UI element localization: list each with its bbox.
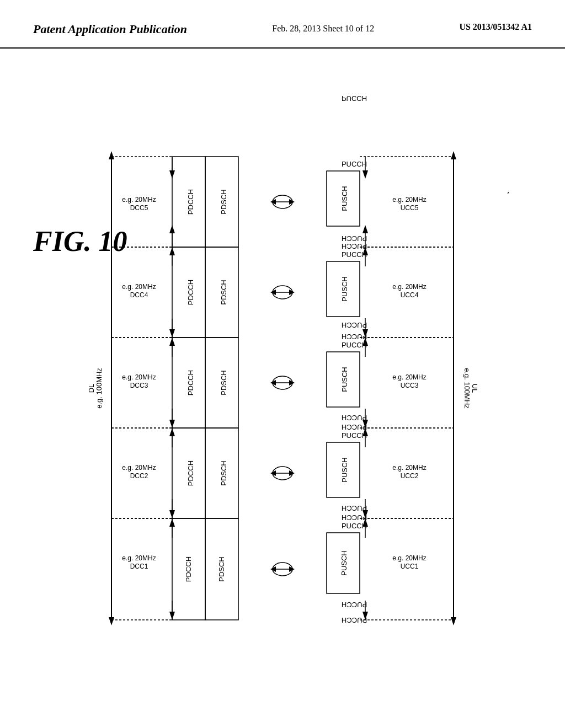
svg-text:UCC1: UCC1 (401, 563, 419, 570)
svg-text:UCC4: UCC4 (401, 291, 419, 299)
svg-text:DCC2: DCC2 (130, 472, 148, 480)
svg-marker-2 (109, 617, 114, 625)
svg-text:DL: DL (87, 384, 95, 393)
svg-text:PDSCH: PDSCH (217, 556, 226, 582)
svg-text:e.g. 20MHz: e.g. 20MHz (392, 196, 426, 204)
svg-text:UCC5: UCC5 (401, 204, 419, 212)
svg-text:PUCCH: PUCCH (342, 160, 367, 168)
svg-text:e.g. 100MHz: e.g. 100MHz (95, 368, 103, 409)
svg-text:PUSCH: PUSCH (340, 186, 349, 211)
svg-text:UCC3: UCC3 (401, 382, 419, 389)
svg-text:PUCCH: PUCCH (342, 96, 367, 103)
svg-text:PUCCH: PUCCH (342, 234, 367, 243)
svg-text:PUCCH: PUCCH (342, 513, 367, 522)
svg-text:DCC5: DCC5 (130, 204, 148, 212)
svg-text:e.g. 20MHz: e.g. 20MHz (392, 373, 426, 381)
svg-text:PUSCH: PUSCH (340, 276, 349, 302)
svg-text:e.g. 20MHz: e.g. 20MHz (122, 373, 156, 381)
svg-text:DCC1: DCC1 (130, 563, 148, 570)
svg-text:PUCCH: PUCCH (342, 601, 367, 609)
svg-text:DCC3: DCC3 (130, 382, 148, 389)
svg-text:e.g. 20MHz: e.g. 20MHz (122, 464, 156, 472)
svg-text:PDSCH: PDSCH (220, 461, 228, 486)
svg-marker-42 (363, 225, 368, 233)
svg-text:e.g. 20MHz: e.g. 20MHz (392, 283, 426, 291)
svg-text:e.g. 20MHz: e.g. 20MHz (122, 196, 156, 204)
svg-text:UL: UL (471, 384, 479, 393)
svg-marker-1 (109, 151, 114, 159)
svg-text:PUCCH: PUCCH (342, 616, 367, 624)
svg-text:PDCCH: PDCCH (186, 461, 195, 486)
svg-text:e.g. 20MHz: e.g. 20MHz (122, 554, 156, 562)
diagram-area: FIG. 10 e.g. 100MHz DL e.g. 100MHz UL FR… (0, 49, 565, 699)
svg-text:UCC2: UCC2 (401, 472, 419, 480)
svg-text:PUSCH: PUSCH (340, 457, 349, 483)
page-header: Patent Application Publication Feb. 28, … (0, 0, 565, 49)
svg-text:FREQUENCY BAND: FREQUENCY BAND (508, 178, 509, 235)
svg-text:PUCCH: PUCCH (342, 423, 367, 431)
svg-text:PDSCH: PDSCH (220, 370, 228, 395)
main-diagram: e.g. 100MHz DL e.g. 100MHz UL FREQUENCY … (56, 96, 509, 675)
svg-text:DCC4: DCC4 (130, 291, 148, 299)
svg-text:e.g. 20MHz: e.g. 20MHz (122, 283, 156, 291)
svg-text:e.g. 100MHz: e.g. 100MHz (463, 368, 471, 409)
svg-text:PDSCH: PDSCH (220, 189, 228, 215)
svg-marker-7 (451, 617, 456, 625)
publication-label: Patent Application Publication (33, 22, 187, 36)
svg-text:PUSCH: PUSCH (340, 550, 348, 576)
sheet-info: Feb. 28, 2013 Sheet 10 of 12 (272, 22, 374, 35)
patent-number: US 2013/051342 A1 (459, 22, 532, 32)
svg-text:PDCCH: PDCCH (186, 280, 195, 305)
svg-text:PDCCH: PDCCH (184, 556, 193, 582)
svg-marker-40 (363, 170, 368, 179)
svg-text:PUCCH: PUCCH (342, 321, 367, 329)
svg-text:PDCCH: PDCCH (186, 189, 195, 215)
svg-text:PDCCH: PDCCH (186, 370, 195, 395)
svg-text:PUSCH: PUSCH (340, 367, 349, 392)
svg-text:e.g. 20MHz: e.g. 20MHz (392, 464, 426, 472)
svg-marker-6 (451, 151, 456, 159)
svg-text:e.g. 20MHz: e.g. 20MHz (392, 554, 426, 562)
svg-text:PUCCH: PUCCH (342, 242, 367, 250)
svg-text:PUCCH: PUCCH (342, 333, 367, 341)
svg-text:PDSCH: PDSCH (220, 280, 228, 305)
